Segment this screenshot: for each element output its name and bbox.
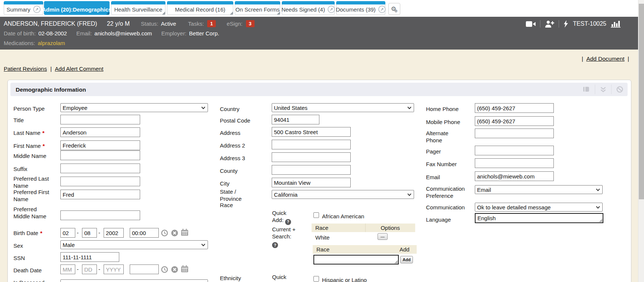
alternate-phone-input[interactable] bbox=[475, 129, 554, 138]
state-province-value: California bbox=[274, 191, 297, 198]
race-add-button[interactable]: Add bbox=[400, 256, 413, 263]
home-phone-input[interactable] bbox=[475, 103, 554, 113]
communication-preference-value: Email bbox=[477, 187, 491, 193]
required-asterisk: * bbox=[42, 143, 45, 149]
help-icon[interactable] bbox=[285, 219, 291, 225]
pager-input[interactable] bbox=[475, 146, 554, 155]
home-phone-label: Home Phone bbox=[426, 105, 459, 113]
sex-label: Sex bbox=[13, 242, 23, 249]
pager-label: Pager bbox=[426, 148, 441, 155]
preferred-first-name-label: Preferred First Name bbox=[13, 188, 52, 203]
middle-name-input[interactable] bbox=[60, 150, 140, 160]
calendar-icon[interactable] bbox=[181, 265, 189, 273]
communication-preference-label: Communication Preference bbox=[426, 185, 476, 199]
calendar-icon[interactable] bbox=[181, 229, 189, 236]
ssn-input[interactable] bbox=[60, 252, 119, 262]
clock-icon[interactable] bbox=[161, 229, 168, 237]
clear-date-icon[interactable] bbox=[171, 266, 178, 273]
ethnicity-label: Ethnicity bbox=[220, 275, 241, 282]
person-type-select[interactable]: Employee bbox=[60, 103, 208, 112]
county-label: County bbox=[220, 167, 238, 174]
country-select[interactable]: United States bbox=[272, 103, 414, 112]
scrollbar-thumb[interactable] bbox=[639, 4, 644, 199]
language-input[interactable] bbox=[476, 214, 603, 222]
alternate-phone-label: Alternate Phone bbox=[426, 130, 460, 144]
birth-year-input[interactable] bbox=[104, 228, 124, 238]
race-current-table-header: Race Options bbox=[312, 224, 415, 232]
is-deceased-label: Is Deceased bbox=[13, 279, 44, 282]
race-african-american-label: African American bbox=[322, 213, 364, 220]
required-asterisk: * bbox=[40, 230, 42, 236]
race-remove-button[interactable]: — bbox=[378, 233, 388, 240]
preferred-first-name-input[interactable] bbox=[60, 190, 140, 199]
race-column-header: Race bbox=[312, 225, 365, 231]
county-input[interactable] bbox=[272, 165, 351, 175]
chevron-down-icon bbox=[201, 244, 205, 246]
death-time-input[interactable] bbox=[130, 264, 159, 274]
address2-label: Address 2 bbox=[220, 142, 245, 149]
country-label: Country bbox=[220, 105, 240, 113]
city-input[interactable] bbox=[272, 178, 351, 187]
city-label: City bbox=[220, 180, 230, 187]
state-province-select[interactable]: California bbox=[272, 190, 414, 199]
birth-time-input[interactable] bbox=[130, 228, 159, 238]
race-add-table-header: Race Add bbox=[313, 245, 417, 254]
title-input[interactable] bbox=[60, 115, 140, 124]
vertical-scrollbar[interactable] bbox=[638, 0, 644, 282]
chevron-down-icon bbox=[407, 107, 411, 109]
birth-day-input[interactable] bbox=[82, 228, 97, 238]
address2-input[interactable] bbox=[272, 140, 351, 149]
race-current-search-label: Current + Search: bbox=[272, 226, 296, 240]
race-add-input[interactable] bbox=[314, 256, 398, 264]
email-field-label: Email bbox=[426, 174, 440, 181]
preferred-last-name-input[interactable] bbox=[60, 177, 140, 186]
webchart-demographics-screen: Summary Admin (20):Demographics Health S… bbox=[0, 0, 644, 282]
mobile-phone-input[interactable] bbox=[475, 116, 554, 126]
postal-code-input[interactable] bbox=[272, 115, 319, 124]
race-quick-add-block: Quick Add: Current + Search: bbox=[272, 209, 298, 248]
race-add-input-wrap bbox=[313, 255, 399, 264]
race-quick-add-label: Quick Add: bbox=[272, 210, 286, 223]
death-year-input[interactable] bbox=[104, 264, 124, 274]
options-column-header: Options bbox=[365, 224, 416, 232]
email-input[interactable] bbox=[475, 171, 554, 181]
race-african-american-checkbox[interactable] bbox=[313, 212, 319, 218]
chevron-down-icon bbox=[596, 206, 600, 209]
date-separator: - bbox=[77, 229, 79, 236]
clear-date-icon[interactable] bbox=[171, 229, 178, 237]
chevron-down-icon bbox=[201, 107, 205, 109]
help-icon[interactable] bbox=[272, 242, 278, 248]
postal-code-label: Postal Code bbox=[220, 117, 250, 124]
fax-number-input[interactable] bbox=[475, 158, 554, 168]
date-separator: - bbox=[77, 266, 79, 272]
middle-name-label: Middle Name bbox=[13, 152, 46, 159]
language-label: Language bbox=[426, 216, 451, 223]
race-row-value: White bbox=[315, 234, 329, 241]
preferred-middle-name-label: Preferred Middle Name bbox=[13, 206, 52, 220]
death-day-input[interactable] bbox=[82, 264, 97, 274]
communication-preference-select[interactable]: Email bbox=[475, 185, 603, 194]
death-month-input[interactable] bbox=[60, 264, 75, 274]
is-deceased-select[interactable]: No bbox=[60, 279, 208, 282]
demographics-form: Person Type Employee Title Last Name* Fi… bbox=[0, 0, 644, 282]
first-name-label: First Name* bbox=[13, 142, 45, 149]
birth-month-input[interactable] bbox=[60, 228, 75, 238]
communication-select[interactable]: Ok to leave detailed message bbox=[475, 203, 603, 212]
death-date-label: Death Date bbox=[13, 267, 42, 274]
clock-icon[interactable] bbox=[161, 266, 168, 273]
first-name-input[interactable] bbox=[60, 140, 140, 150]
sex-select[interactable]: Male bbox=[60, 240, 208, 249]
suffix-label: Suffix bbox=[13, 165, 27, 172]
communication-label: Communication bbox=[426, 204, 465, 211]
mobile-phone-label: Mobile Phone bbox=[426, 118, 460, 126]
address3-input[interactable] bbox=[272, 152, 351, 162]
address-input[interactable] bbox=[272, 127, 351, 137]
last-name-input[interactable] bbox=[60, 127, 140, 137]
preferred-middle-name-input[interactable] bbox=[60, 210, 140, 220]
ethnicity-quick-add-label: Quick Add: bbox=[272, 274, 286, 282]
ethnicity-hispanic-checkbox[interactable] bbox=[313, 276, 319, 282]
country-value: United States bbox=[274, 105, 307, 111]
add-column-header: Add bbox=[398, 246, 417, 253]
address-label: Address bbox=[220, 129, 240, 136]
suffix-input[interactable] bbox=[60, 164, 140, 173]
